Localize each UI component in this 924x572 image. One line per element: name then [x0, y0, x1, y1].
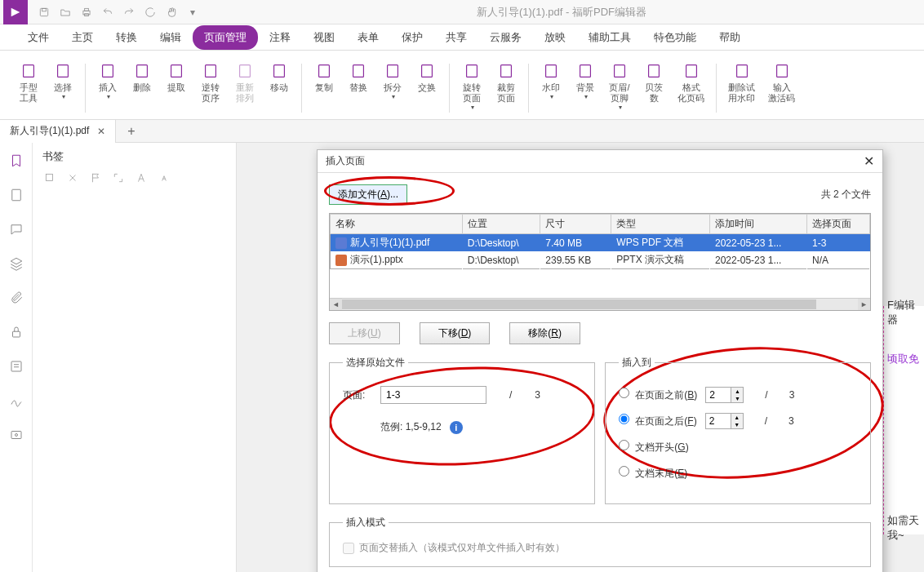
save-icon[interactable]	[34, 2, 54, 22]
ribbon-btn-14[interactable]: 水印	[535, 55, 566, 104]
ribbon-btn-12[interactable]: 旋转页面	[456, 55, 487, 115]
ribbon-icon-9	[349, 61, 368, 81]
ribbon-btn-13[interactable]: 裁剪页面	[491, 55, 522, 107]
remove-button[interactable]: 移除(R)	[509, 322, 580, 344]
page-range-input[interactable]	[380, 386, 486, 404]
before-page-input[interactable]	[705, 387, 731, 403]
menu-item-14[interactable]: 帮助	[708, 25, 752, 50]
column-header[interactable]: 尺寸	[540, 215, 611, 234]
bm-expand-icon[interactable]	[111, 171, 126, 185]
opt-before-page[interactable]: 在页面之前(B)	[619, 388, 697, 402]
bookmark-icon[interactable]	[7, 151, 26, 171]
ribbon-btn-5[interactable]: 逆转页序	[195, 55, 226, 107]
menu-item-12[interactable]: 辅助工具	[577, 25, 642, 50]
menu-item-7[interactable]: 表单	[346, 25, 390, 50]
ribbon-btn-9[interactable]: 替换	[343, 55, 374, 96]
svg-rect-21	[615, 64, 625, 77]
ribbon-icon-4	[167, 61, 186, 81]
comments-icon[interactable]	[7, 219, 26, 239]
tags-icon[interactable]	[7, 425, 26, 445]
menu-item-13[interactable]: 特色功能	[642, 25, 708, 50]
after-page-input[interactable]	[705, 413, 731, 429]
add-tab-button[interactable]: +	[116, 124, 146, 139]
sign-icon[interactable]	[7, 391, 26, 410]
ribbon-btn-6[interactable]: 重新排列	[229, 55, 260, 107]
menu-item-4[interactable]: 页面管理	[193, 25, 258, 50]
menu-item-2[interactable]: 转换	[104, 25, 149, 50]
menu-item-6[interactable]: 视图	[302, 25, 346, 50]
column-header[interactable]: 类型	[611, 215, 710, 234]
menu-item-10[interactable]: 云服务	[478, 25, 533, 50]
hand-icon[interactable]	[162, 2, 181, 22]
bm-flag-icon[interactable]	[88, 171, 103, 185]
ribbon-btn-20[interactable]: 输入激活码	[763, 55, 800, 107]
ribbon-btn-7[interactable]: 移动	[264, 55, 295, 96]
info-icon[interactable]: i	[450, 421, 463, 434]
move-up-button[interactable]: 上移(U)	[329, 322, 400, 344]
ribbon-btn-18[interactable]: 格式化页码	[673, 55, 709, 107]
redo-icon[interactable]	[119, 2, 139, 22]
add-file-button[interactable]: 添加文件(A)...	[329, 184, 407, 205]
ribbon-label-0: 手型工具	[20, 82, 38, 104]
ribbon-label-1: 选择	[54, 82, 72, 101]
menu-item-1[interactable]: 主页	[60, 25, 104, 50]
ribbon-btn-11[interactable]: 交换	[411, 55, 442, 96]
ribbon-label-8: 复制	[315, 82, 333, 93]
opt-doc-start[interactable]: 文档开头(G)	[619, 440, 689, 454]
ribbon-btn-3[interactable]: 删除	[127, 55, 158, 96]
bm-font-small-icon[interactable]	[157, 171, 171, 185]
undo-icon[interactable]	[98, 2, 118, 22]
dialog-close-icon[interactable]: ✕	[864, 153, 874, 169]
spin-up-icon[interactable]: ▲	[731, 388, 743, 395]
menu-item-9[interactable]: 共享	[434, 25, 478, 50]
fields-icon[interactable]	[7, 357, 26, 376]
menu-item-0[interactable]: 文件	[16, 25, 60, 50]
column-header[interactable]: 位置	[462, 215, 540, 234]
menu-item-8[interactable]: 保护	[390, 25, 434, 50]
ribbon-btn-1[interactable]: 选择	[47, 55, 78, 104]
table-cell: PPTX 演示文稿	[611, 251, 710, 269]
ribbon-btn-8[interactable]: 复制	[309, 55, 340, 96]
layers-icon[interactable]	[7, 254, 26, 273]
ribbon-btn-4[interactable]: 提取	[161, 55, 192, 96]
spin-down-icon[interactable]: ▼	[731, 421, 743, 428]
ribbon-btn-2[interactable]: 插入	[92, 55, 123, 104]
document-tab[interactable]: 新人引导(1)(1).pdf ✕	[0, 120, 116, 143]
bm-font-icon[interactable]	[134, 171, 149, 185]
opt-doc-end[interactable]: 文档末尾(E)	[619, 466, 687, 481]
table-row[interactable]: 演示(1).pptxD:\Desktop\239.55 KBPPTX 演示文稿2…	[331, 251, 870, 269]
horizontal-scrollbar[interactable]: ◄ ►	[330, 298, 870, 310]
menu-item-3[interactable]: 编辑	[149, 25, 193, 50]
open-icon[interactable]	[56, 2, 75, 22]
bm-add-icon[interactable]	[42, 171, 57, 185]
pages-icon[interactable]	[7, 185, 26, 205]
print-icon[interactable]	[77, 2, 96, 22]
redo2-icon[interactable]	[140, 2, 160, 22]
scroll-left-icon[interactable]: ◄	[330, 299, 342, 310]
ribbon-btn-17[interactable]: 贝茨数	[638, 55, 669, 107]
scroll-right-icon[interactable]: ►	[858, 299, 870, 310]
menu-item-11[interactable]: 放映	[533, 25, 577, 50]
table-row[interactable]: 新人引导(1)(1).pdfD:\Desktop\7.40 MBWPS PDF …	[331, 234, 870, 252]
spin-up-icon[interactable]: ▲	[731, 414, 743, 421]
ribbon-btn-16[interactable]: 页眉/页脚	[604, 55, 635, 115]
qat-more-icon[interactable]: ▾	[183, 2, 202, 22]
menu-item-5[interactable]: 注释	[258, 25, 302, 50]
column-header[interactable]: 添加时间	[710, 215, 807, 234]
ribbon-label-11: 交换	[418, 82, 436, 93]
column-header[interactable]: 名称	[331, 215, 463, 234]
spin-down-icon[interactable]: ▼	[731, 395, 743, 402]
ribbon-btn-10[interactable]: 拆分	[377, 55, 408, 104]
ribbon-btn-15[interactable]: 背景	[570, 55, 601, 104]
ribbon-btn-0[interactable]: 手型工具	[13, 55, 44, 107]
opt-after-page[interactable]: 在页面之后(F)	[619, 414, 697, 428]
move-down-button[interactable]: 下移(D)	[420, 322, 491, 344]
bookmark-panel: 书签	[33, 143, 237, 572]
bm-del-icon[interactable]	[65, 171, 80, 185]
column-header[interactable]: 选择页面	[807, 215, 870, 234]
ribbon-btn-19[interactable]: 删除试用水印	[723, 55, 760, 107]
scroll-thumb[interactable]	[342, 299, 816, 309]
security-icon[interactable]	[7, 322, 26, 342]
attachments-icon[interactable]	[7, 288, 26, 308]
close-tab-icon[interactable]: ✕	[97, 126, 105, 137]
